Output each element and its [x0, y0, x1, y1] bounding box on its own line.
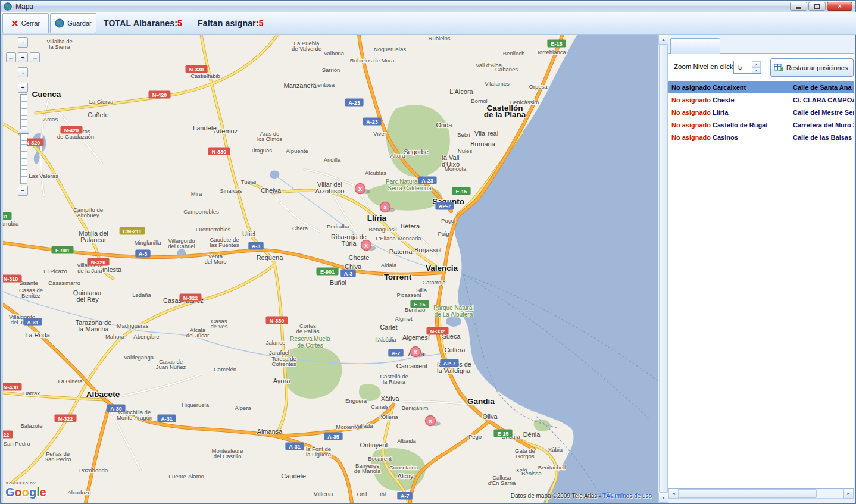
albaran-row[interactable]: No asignadoChesteC/. CLARA CAMPOAM	[668, 93, 854, 106]
close-button[interactable]: ×	[827, 2, 852, 11]
map-label: Gandia	[467, 397, 495, 406]
map-label: Cortesde Pallás	[296, 323, 319, 334]
titlebar[interactable]: Mapa ×	[1, 1, 855, 12]
map-label: Minglanilla	[135, 239, 162, 246]
map-label: Nules	[458, 148, 473, 154]
road-shield: N-322	[55, 415, 77, 422]
map-label: Benaguasil	[368, 226, 396, 233]
pan-up-button[interactable]: ↑	[18, 37, 28, 48]
map-label: Viver	[373, 130, 386, 137]
svg-text:x: x	[364, 242, 368, 249]
zoom-out-button[interactable]: −	[18, 186, 28, 196]
map-label: Barrax	[23, 390, 40, 396]
spinner-down-button[interactable]: ▼	[752, 67, 761, 73]
map-label: Casasimarro	[48, 280, 80, 286]
svg-text:N-420: N-420	[64, 127, 79, 133]
svg-text:N-322: N-322	[3, 432, 9, 438]
albaran-row[interactable]: No asignadoCastelló de RugatCarretera de…	[668, 118, 854, 131]
minimize-button[interactable]	[790, 2, 807, 11]
svg-text:A-7: A-7	[401, 493, 410, 499]
map-label: Castielfabib	[190, 73, 220, 79]
scroll-up-button[interactable]: ▲	[658, 35, 668, 45]
scroll-left-button[interactable]: ◄	[668, 489, 679, 499]
road-shield: N-330	[208, 148, 230, 155]
zoom-level-spinner[interactable]: 5 ▲ ▼	[733, 61, 761, 74]
road-shield: N-322	[180, 294, 202, 302]
map-label: Torrent	[384, 273, 412, 281]
map-area[interactable]: Villalba dela SierraRubielosNogueruelasL…	[3, 35, 658, 503]
scroll-right-button[interactable]: ►	[843, 489, 854, 499]
svg-text:N-330: N-330	[270, 318, 285, 324]
zoom-slider[interactable]	[20, 94, 27, 184]
map-label: Horrubia	[3, 220, 19, 227]
map-label: Mira	[191, 190, 202, 197]
albaran-grid: No asignadoCarcaixentCalle de Santa Ana …	[668, 81, 854, 488]
road-shield: E-901	[52, 246, 74, 254]
map-label: Algemesí	[402, 334, 430, 341]
svg-text:x: x	[383, 204, 388, 211]
albaran-status: No asignado	[668, 121, 713, 129]
map-label: Rubielos de Mora	[350, 57, 395, 64]
vertical-scroll-thumb[interactable]	[659, 45, 668, 493]
horizontal-scroll-thumb[interactable]	[679, 489, 817, 498]
maximize-button[interactable]	[808, 2, 826, 11]
map-label: Andilla	[324, 156, 341, 163]
svg-text:A-23: A-23	[348, 100, 360, 106]
guardar-button[interactable]: Guardar	[50, 13, 96, 33]
map-label: Jalance	[266, 339, 286, 346]
panel-tab[interactable]	[670, 38, 720, 54]
albaran-row[interactable]: No asignadoCarcaixentCalle de Santa Ana …	[668, 81, 854, 93]
total-albaranes-label: TOTAL Albaranes:	[104, 18, 177, 28]
zoom-slider-handle[interactable]	[18, 129, 29, 134]
map-label: Ayora	[273, 377, 290, 384]
panel-box: Zoom Nivel en click 5 ▲ ▼ Restaurar posi…	[668, 53, 854, 489]
road-shield: E-901	[3, 212, 12, 220]
pan-left-button[interactable]: ←	[6, 52, 16, 62]
horizontal-scrollbar[interactable]: ◄ ►	[668, 489, 854, 499]
scroll-down-button[interactable]: ▼	[658, 493, 668, 503]
faltan-asignar: Faltan asignar:5	[198, 12, 264, 34]
road-shield: N-330	[186, 65, 208, 73]
pan-down-button[interactable]: ↓	[18, 67, 28, 77]
map-label: Catarroja	[422, 279, 446, 286]
svg-text:N-322: N-322	[183, 295, 198, 301]
map-label: Fuenterrobles	[196, 226, 231, 233]
map-label: La Roda	[25, 331, 50, 339]
cerrar-button[interactable]: × Cerrar	[2, 13, 49, 33]
map-canvas[interactable]: Villalba dela SierraRubielosNogueruelasL…	[3, 35, 658, 503]
map-label: Carlet	[380, 324, 397, 331]
vertical-scrollbar[interactable]: ▲ ▼	[658, 35, 668, 503]
map-label: Sarrión	[322, 67, 340, 73]
map-label: Castelló dela Ribera	[380, 373, 408, 385]
restore-positions-button[interactable]: Restaurar posiciones	[770, 58, 854, 77]
road-shield: E-15	[410, 300, 429, 308]
map-label: Montealegredel Castillo	[212, 447, 243, 459]
svg-text:A-3: A-3	[344, 271, 353, 277]
road-shield: N-330	[266, 317, 288, 324]
map-label: Fuente-Álamo	[168, 473, 204, 480]
map-label: Alginet	[395, 315, 412, 322]
map-label: Carcelén	[214, 366, 236, 372]
map-label: l'Alcúdia	[375, 336, 396, 343]
map-label: La Gineta	[58, 378, 83, 384]
map-label: Almansa	[257, 428, 283, 435]
albaran-row[interactable]: No asignadoLlíriaCalle del Mestre Serr	[668, 106, 854, 118]
guardar-globe-icon	[55, 18, 64, 28]
pan-right-button[interactable]: →	[30, 52, 40, 62]
map-label: Titaguas	[251, 147, 272, 154]
albaran-city: Cheste	[713, 96, 793, 104]
map-label: Moncofa	[445, 165, 467, 172]
map-label: Benissa	[521, 470, 542, 477]
pan-center-button[interactable]: +	[18, 52, 28, 62]
google-logo: Google	[5, 486, 46, 499]
faltan-asignar-value: 5	[259, 18, 264, 28]
svg-text:E-901: E-901	[55, 248, 70, 253]
terms-link[interactable]: TÃ©rminos de uso	[602, 493, 652, 499]
road-shield: N-310	[3, 275, 22, 283]
zoom-in-button[interactable]: +	[18, 83, 28, 93]
spinner-up-button[interactable]: ▲	[752, 61, 761, 67]
svg-text:A-31: A-31	[289, 444, 301, 450]
albaran-row[interactable]: No asignadoCasinosCalle de las Balsas 4	[668, 131, 854, 143]
map-label: Ibi	[380, 491, 386, 497]
map-label: Aras delos Olmos	[257, 130, 282, 142]
